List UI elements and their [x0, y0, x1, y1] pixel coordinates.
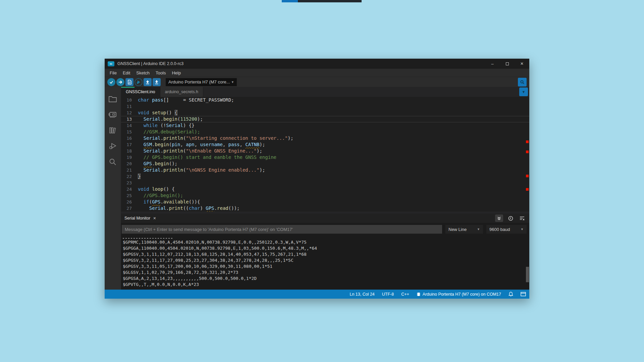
line-number: 11: [121, 103, 138, 110]
serial-line: $GPGSV,3,2,11,17,27,098,25,23,27,304,38,…: [123, 257, 529, 263]
serial-input-row: New Line ▼ 9600 baud ▼: [121, 223, 529, 236]
code-line-10[interactable]: 10char pass[] = SECRET_PASSWORD;: [121, 97, 529, 103]
boards-manager-icon[interactable]: [105, 107, 121, 122]
code-line-18[interactable]: 18 Serial.println("\nEnable GNSS Engine.…: [121, 148, 529, 154]
cursor-position[interactable]: Ln 13, Col 24: [350, 292, 374, 297]
serial-line: $GPGSA,A,2,13,14,23,,,,,,,,,,500.0,500.0…: [123, 276, 529, 282]
code-line-11[interactable]: 11: [121, 103, 529, 110]
code-editor[interactable]: 10char pass[] = SECRET_PASSWORD;1112void…: [121, 97, 529, 212]
serial-monitor-tab[interactable]: Serial Monitor ✕: [124, 216, 156, 221]
serial-monitor-toggle-button[interactable]: [518, 78, 527, 86]
code-line-25[interactable]: 25 //GPS.begin();: [121, 192, 529, 199]
search-icon[interactable]: [105, 154, 121, 170]
line-number: 25: [121, 192, 138, 199]
autoscroll-button[interactable]: [495, 215, 503, 222]
editor-dropdown-button[interactable]: ▼: [519, 87, 528, 96]
line-ending-value: New Line: [448, 227, 467, 232]
board-selector-dropdown[interactable]: Arduino Portenta H7 (M7 core... ▼: [166, 78, 237, 86]
line-number: 10: [121, 97, 138, 103]
line-number: 27: [121, 205, 138, 212]
line-number: 26: [121, 199, 138, 205]
serial-scrollbar-thumb[interactable]: [526, 267, 529, 282]
panel-layout-icon[interactable]: [521, 292, 526, 296]
menu-sketch[interactable]: Sketch: [133, 69, 153, 77]
code-line-23[interactable]: 23: [121, 180, 529, 186]
serial-monitor-close-icon[interactable]: ✕: [153, 216, 156, 221]
sketchbook-folder-icon[interactable]: [105, 91, 121, 107]
chevron-down-icon: ▼: [231, 80, 234, 84]
debug-sidebar-icon[interactable]: [105, 138, 121, 154]
line-number: 21: [121, 167, 138, 173]
menu-help[interactable]: Help: [169, 69, 184, 77]
notifications-bell-icon[interactable]: [508, 292, 513, 297]
line-number: 14: [121, 122, 138, 129]
upload-button[interactable]: [116, 78, 124, 86]
background-window-strip-dark: [298, 0, 362, 2]
code-line-13[interactable]: 13 Serial.begin(115200);: [121, 116, 529, 122]
code-line-20[interactable]: 20 GPS.begin();: [121, 161, 529, 167]
code-line-24[interactable]: 24void loop() {: [121, 186, 529, 192]
maximize-button[interactable]: [500, 59, 515, 69]
error-mark: [526, 175, 529, 177]
window-title: GNSSClient | Arduino IDE 2.0.0-rc3: [117, 61, 183, 66]
arduino-logo-icon: ∞: [108, 61, 114, 66]
menu-edit[interactable]: Edit: [120, 69, 133, 77]
toolbar-progress-bar: [121, 87, 135, 88]
board-port-label: Arduino Portenta H7 (M7 core) on COM17: [423, 292, 501, 297]
debug-button[interactable]: [135, 78, 143, 86]
board-port-indicator[interactable]: Arduino Portenta H7 (M7 core) on COM17: [417, 292, 501, 297]
status-bar: Ln 13, Col 24 UTF-8 C++ Arduino Portenta…: [105, 290, 529, 299]
timestamp-button[interactable]: [506, 215, 515, 222]
baud-rate-dropdown[interactable]: 9600 baud ▼: [486, 225, 527, 234]
serial-output[interactable]: $GPRMC,110040.00,A,4504.02010,N,00738.92…: [121, 236, 529, 290]
code-line-17[interactable]: 17 GSM.begin(pin, apn, username, pass, C…: [121, 141, 529, 148]
line-ending-dropdown[interactable]: New Line ▼: [445, 225, 483, 234]
line-number: 19: [121, 154, 138, 161]
code-line-27[interactable]: 27 Serial.print((char) GPS.read());: [121, 205, 529, 212]
error-mark: [526, 140, 529, 143]
verify-button[interactable]: [107, 78, 115, 86]
tab-gnssclient-ino[interactable]: GNSSClient.ino: [121, 87, 160, 97]
library-manager-icon[interactable]: [105, 122, 121, 138]
line-number: 23: [121, 180, 138, 186]
serial-monitor-header: Serial Monitor ✕: [121, 214, 529, 223]
line-number: 16: [121, 135, 138, 141]
serial-message-input[interactable]: [122, 225, 442, 234]
tab-arduino-secrets-h[interactable]: arduino_secrets.h: [160, 87, 203, 97]
line-number: 13: [121, 116, 138, 122]
code-line-14[interactable]: 14 while (!Serial) {}: [121, 122, 529, 129]
serial-line: $GPRMC,110040.00,A,4504.02010,N,00738.92…: [123, 239, 529, 245]
encoding-indicator[interactable]: UTF-8: [382, 292, 394, 297]
code-line-16[interactable]: 16 Serial.println("\nStarting connection…: [121, 135, 529, 141]
language-indicator[interactable]: C++: [401, 292, 409, 297]
new-sketch-button[interactable]: [125, 78, 133, 86]
overview-ruler[interactable]: [525, 97, 529, 212]
code-line-19[interactable]: 19 // GPS.begin() start and eanble the G…: [121, 154, 529, 161]
line-number: 22: [121, 173, 138, 180]
clear-output-button[interactable]: [518, 215, 526, 222]
code-line-22[interactable]: 22}: [121, 173, 529, 180]
title-bar[interactable]: ∞ GNSSClient | Arduino IDE 2.0.0-rc3 – ✕: [105, 59, 529, 69]
code-line-26[interactable]: 26 if(GPS.available()){: [121, 199, 529, 205]
menu-bar: FileEditSketchToolsHelp: [105, 69, 529, 77]
line-number: 17: [121, 141, 138, 148]
chip-icon: [417, 292, 421, 296]
serial-lines: $GPRMC,110040.00,A,4504.02010,N,00738.92…: [123, 239, 529, 288]
code-line-12[interactable]: 12void setup() {: [121, 110, 529, 116]
code-line-21[interactable]: 21 Serial.println("\nGNSS Engine enabled…: [121, 167, 529, 173]
close-button[interactable]: ✕: [515, 59, 529, 69]
serial-line-clipped: [123, 237, 529, 239]
chevron-down-icon: ▼: [516, 228, 524, 231]
line-number: 24: [121, 186, 138, 192]
line-number: 15: [121, 129, 138, 135]
minimize-button[interactable]: –: [485, 59, 500, 69]
toolbar: Arduino Portenta H7 (M7 core... ▼: [105, 77, 529, 87]
pull-sketch-button[interactable]: [153, 78, 161, 86]
menu-file[interactable]: File: [107, 69, 120, 77]
menu-tools[interactable]: Tools: [153, 69, 169, 77]
code-line-15[interactable]: 15 //GSM.debug(Serial);: [121, 129, 529, 135]
push-sketch-button[interactable]: [144, 78, 152, 86]
board-selector-label: Arduino Portenta H7 (M7 core...: [168, 79, 230, 84]
arduino-ide-window: ∞ GNSSClient | Arduino IDE 2.0.0-rc3 – ✕…: [105, 59, 529, 299]
code-lines: 10char pass[] = SECRET_PASSWORD;1112void…: [121, 97, 529, 212]
